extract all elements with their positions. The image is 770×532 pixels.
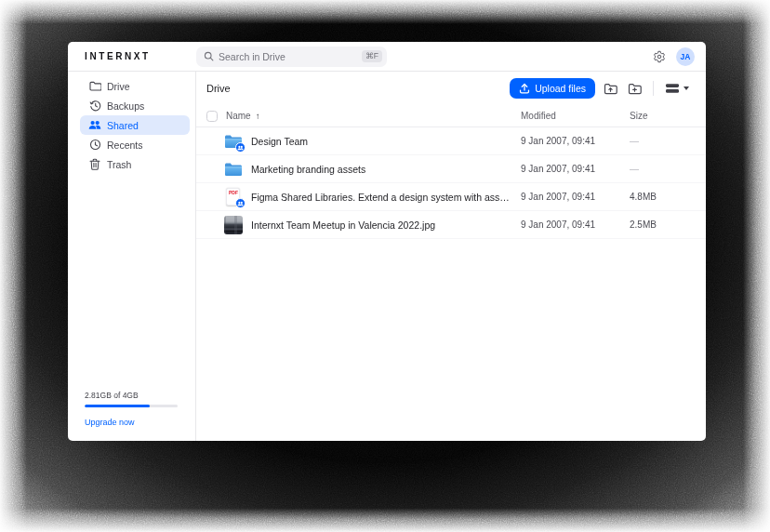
table-header: Name ↑ Modified Size — [196, 105, 706, 127]
people-icon — [88, 120, 101, 130]
file-size: 2.5MB — [630, 219, 706, 230]
folder-icon — [223, 159, 243, 179]
pdf-file-icon: PDF — [223, 187, 243, 206]
chevron-down-icon — [684, 86, 689, 90]
main-header: Drive Upload files — [196, 72, 706, 105]
folder-plus-icon — [628, 83, 642, 95]
table-row[interactable]: Marketing branding assets 9 Jan 2007, 09… — [196, 155, 706, 183]
avatar[interactable]: JA — [676, 47, 695, 66]
file-size: — — [630, 164, 706, 174]
settings-button[interactable] — [653, 50, 666, 63]
file-modified: 9 Jan 2007, 09:41 — [521, 164, 630, 174]
file-list: Design Team 9 Jan 2007, 09:41 — Marketin… — [196, 127, 706, 239]
breadcrumb[interactable]: Drive — [206, 83, 231, 94]
folder-upload-icon — [604, 83, 617, 95]
sidebar-item-label: Trash — [107, 159, 131, 170]
topbar-actions: JA — [653, 47, 706, 66]
gear-icon — [653, 50, 666, 63]
shared-badge-icon — [235, 198, 246, 208]
sidebar-item-drive[interactable]: Drive — [80, 76, 190, 96]
top-bar: INTERNXT ⌘F JA — [68, 42, 706, 72]
upload-files-label: Upload files — [535, 83, 586, 94]
toolbar-divider — [653, 81, 654, 96]
column-size[interactable]: Size — [630, 111, 706, 121]
storage-widget: 2.81GB of 4GB Upgrade now — [85, 391, 178, 429]
sidebar-item-label: Drive — [107, 81, 130, 92]
view-mode-button[interactable] — [663, 80, 691, 97]
file-name: Internxt Team Meetup in Valencia 2022.jp… — [251, 219, 445, 231]
list-view-icon — [665, 82, 680, 95]
upload-folder-button[interactable] — [602, 81, 619, 97]
sidebar-item-label: Shared — [107, 120, 139, 131]
file-modified: 9 Jan 2007, 09:41 — [521, 136, 630, 146]
sidebar-item-shared[interactable]: Shared — [80, 115, 190, 135]
folder-icon — [88, 81, 101, 91]
sidebar-item-recents[interactable]: Recents — [80, 135, 190, 154]
main-panel: Drive Upload files — [196, 72, 706, 441]
search-input[interactable] — [219, 51, 357, 62]
file-name: Marketing branding assets — [251, 164, 375, 175]
sidebar-item-label: Backups — [107, 100, 144, 112]
shared-badge-icon — [235, 142, 246, 153]
screenshot-canvas: INTERNXT ⌘F JA Drive — [0, 0, 770, 532]
search-icon — [204, 51, 214, 61]
backup-clock-icon — [88, 100, 101, 112]
storage-progress-fill — [85, 405, 150, 407]
app-window: INTERNXT ⌘F JA Drive — [68, 42, 706, 441]
file-size: — — [630, 136, 706, 146]
file-modified: 9 Jan 2007, 09:41 — [521, 192, 630, 202]
image-file-icon — [223, 215, 243, 234]
file-name: Design Team — [251, 136, 317, 147]
column-name[interactable]: Name — [226, 111, 251, 121]
storage-progress-bar — [85, 405, 178, 407]
search-bar[interactable]: ⌘F — [196, 47, 387, 67]
toolbar: Upload files — [510, 78, 691, 99]
search-shortcut-badge: ⌘F — [362, 50, 382, 62]
file-name: Figma Shared Libraries. Extend a design … — [251, 192, 521, 203]
app-body: Drive Backups Shared Recents — [68, 72, 706, 441]
select-all-checkbox[interactable] — [206, 111, 218, 122]
create-folder-button[interactable] — [626, 81, 644, 97]
image-thumbnail — [224, 216, 243, 234]
table-row[interactable]: Design Team 9 Jan 2007, 09:41 — — [196, 127, 706, 155]
file-size: 4.8MB — [630, 192, 706, 202]
shared-folder-icon — [223, 131, 243, 151]
sidebar-nav: Drive Backups Shared Recents — [68, 72, 195, 174]
upload-files-button[interactable]: Upload files — [510, 78, 595, 99]
storage-usage-text: 2.81GB of 4GB — [85, 391, 178, 400]
clock-icon — [88, 139, 101, 151]
upgrade-link[interactable]: Upgrade now — [85, 418, 135, 427]
sidebar-item-label: Recents — [107, 140, 143, 151]
trash-icon — [88, 158, 101, 170]
sidebar-item-backups[interactable]: Backups — [80, 96, 190, 115]
column-modified[interactable]: Modified — [521, 111, 630, 121]
table-row[interactable]: PDF Figma Shared Libraries. Extend a des… — [196, 183, 706, 211]
sort-asc-icon[interactable]: ↑ — [256, 111, 260, 121]
app-logo: INTERNXT — [68, 51, 196, 61]
sidebar-item-trash[interactable]: Trash — [80, 154, 190, 174]
file-modified: 9 Jan 2007, 09:41 — [521, 219, 630, 230]
upload-icon — [519, 83, 530, 94]
sidebar: Drive Backups Shared Recents — [68, 72, 196, 441]
table-row[interactable]: Internxt Team Meetup in Valencia 2022.jp… — [196, 211, 706, 239]
